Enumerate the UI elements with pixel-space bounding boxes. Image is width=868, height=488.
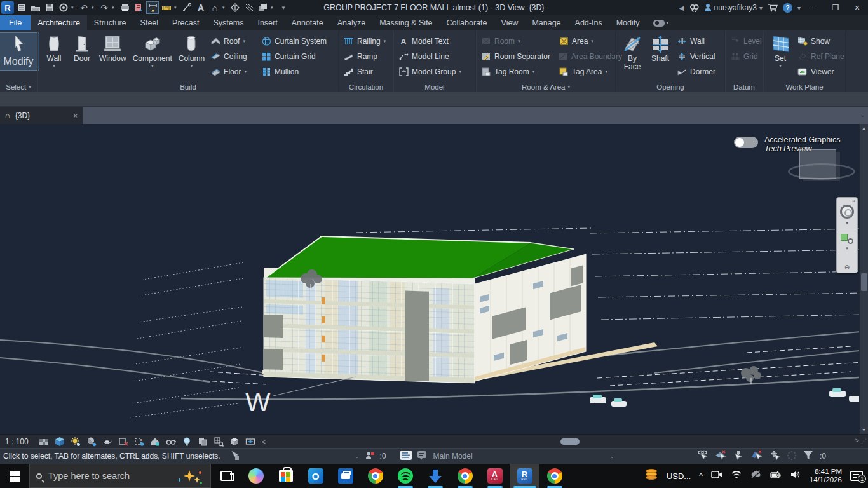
navbar-options-icon[interactable]: ⊖: [844, 264, 850, 271]
steering-wheel-icon[interactable]: [840, 205, 854, 219]
visual-style-icon[interactable]: [55, 437, 65, 447]
chrome-button-2[interactable]: [450, 464, 480, 488]
door-button[interactable]: Door: [69, 32, 95, 64]
tray-overflow-icon[interactable]: ^: [699, 471, 703, 480]
collapse-infocenter-icon[interactable]: ◀: [679, 4, 684, 11]
tag-area-button[interactable]: Tag Area▾: [557, 64, 613, 79]
tab-collaborate[interactable]: Collaborate: [440, 15, 494, 30]
redo-icon[interactable]: ↷: [98, 1, 111, 14]
revit-app-button[interactable]: R: [1, 1, 14, 14]
curtain-system-button[interactable]: Curtain System: [259, 34, 334, 49]
tab-manage[interactable]: Manage: [525, 15, 567, 30]
room-button[interactable]: Room▾: [479, 34, 555, 49]
component-button[interactable]: Component ▾: [130, 32, 175, 69]
temporary-view-properties-icon[interactable]: [198, 437, 208, 447]
wall-button[interactable]: Wall ▾: [41, 32, 67, 69]
currency-ticker[interactable]: USD...: [667, 471, 691, 481]
select-links-icon[interactable]: [697, 450, 709, 463]
help-icon[interactable]: ?: [783, 3, 792, 13]
filter-icon[interactable]: [803, 451, 813, 462]
record-dropdown-icon[interactable]: ▾: [667, 20, 669, 25]
tab-structure[interactable]: Structure: [87, 15, 133, 30]
spotify-button[interactable]: [390, 464, 420, 488]
briefcase-app-button[interactable]: [330, 464, 360, 488]
opening-shaft-button[interactable]: Shaft: [647, 32, 674, 64]
viewcube-compass-ring[interactable]: [788, 163, 855, 180]
editable-only-icon[interactable]: [400, 451, 412, 462]
wheel-dropdown-icon[interactable]: ▾: [846, 220, 848, 226]
displacement-sets-icon[interactable]: [229, 437, 240, 447]
reveal-hidden-elements-icon[interactable]: [182, 437, 192, 447]
set-dropdown-icon[interactable]: ▾: [779, 64, 782, 68]
tab-file[interactable]: File: [0, 15, 31, 30]
temporary-hide-isolate-icon[interactable]: [166, 437, 176, 447]
close-hidden-windows-icon[interactable]: [257, 1, 269, 14]
drag-on-selection-icon[interactable]: [769, 450, 780, 463]
downloads-button[interactable]: [420, 464, 450, 488]
redo-dropdown-icon[interactable]: ▾: [112, 5, 117, 10]
dimension-dropdown-icon[interactable]: ▾: [174, 5, 179, 10]
signed-in-user[interactable]: nursyafikay3 ▾: [704, 3, 763, 12]
viewer-button[interactable]: Viewer: [796, 64, 843, 79]
tab-massing-site[interactable]: Massing & Site: [372, 15, 439, 30]
stair-button[interactable]: Stair: [342, 64, 388, 79]
taskbar-search[interactable]: [29, 464, 211, 488]
room-separator-button[interactable]: Room Separator: [479, 49, 555, 64]
wall-dropdown-icon[interactable]: ▾: [53, 64, 55, 68]
microsoft-store-button[interactable]: [271, 464, 301, 488]
tab-systems[interactable]: Systems: [206, 15, 250, 30]
start-button[interactable]: [0, 464, 29, 488]
floor-button[interactable]: Floor▾: [208, 64, 258, 79]
level-button[interactable]: 1.0Level: [728, 34, 764, 49]
vertical-opening-button[interactable]: Vertical: [675, 49, 722, 64]
show-work-plane-button[interactable]: Show: [796, 34, 843, 49]
model-line-button[interactable]: Model Line: [397, 49, 463, 64]
unlocked-3d-view-icon[interactable]: [150, 437, 160, 447]
tab-modify[interactable]: Modify: [609, 15, 647, 30]
workset-chevron-icon[interactable]: ⌄: [355, 453, 360, 459]
text-icon[interactable]: A: [194, 1, 207, 14]
task-view-button[interactable]: [211, 464, 241, 488]
revit-taskbar-button[interactable]: RRVT: [510, 464, 539, 488]
horizontal-scrollbar[interactable]: [299, 437, 850, 445]
thin-lines-icon[interactable]: [243, 1, 255, 14]
tag-icon[interactable]: [180, 1, 193, 14]
battery-icon[interactable]: [770, 470, 782, 482]
meet-now-icon[interactable]: [711, 470, 722, 482]
resize-grip-icon[interactable]: ⋰: [861, 438, 867, 444]
roof-button[interactable]: Roof▾: [208, 34, 258, 49]
tab-annotate[interactable]: Annotate: [285, 15, 330, 30]
3d-view-dropdown-icon[interactable]: ▾: [222, 5, 227, 10]
sync-icon[interactable]: [57, 1, 70, 14]
drawing-area[interactable]: W Accelerated Graphics Tech Preview LEFT…: [0, 124, 868, 434]
tab-view[interactable]: View: [494, 15, 526, 30]
worksets-icon[interactable]: [365, 451, 375, 462]
screen-record-button[interactable]: ▾: [653, 15, 669, 30]
mullion-button[interactable]: Mullion: [259, 64, 334, 79]
column-button[interactable]: Column ▾: [176, 32, 207, 69]
transfer-standards-icon[interactable]: [132, 1, 145, 14]
taskbar-clock[interactable]: 8:41 PM 14/1/2026: [810, 468, 842, 484]
app-store-cart-icon[interactable]: [768, 3, 778, 12]
measure-icon[interactable]: [146, 1, 159, 14]
analytical-model-icon[interactable]: [214, 437, 224, 447]
properties-icon[interactable]: [15, 1, 28, 14]
railing-button[interactable]: Railing▾: [342, 34, 388, 49]
model-text-button[interactable]: AModel Text: [397, 34, 463, 49]
minimize-button[interactable]: –: [806, 3, 822, 12]
vertical-scroll-thumb[interactable]: [861, 273, 867, 291]
crop-view-icon[interactable]: [118, 437, 128, 447]
tab-insert[interactable]: Insert: [250, 15, 284, 30]
outlook-button[interactable]: O: [301, 464, 330, 488]
chrome-button-3[interactable]: [539, 464, 569, 488]
print-icon[interactable]: [118, 1, 131, 14]
room-area-panel-label[interactable]: Room & Area▾: [477, 81, 615, 92]
select-panel-label[interactable]: Select▾: [0, 81, 37, 92]
shadows-icon[interactable]: [86, 437, 97, 447]
save-icon[interactable]: [43, 1, 56, 14]
view-bar-collapse-icon[interactable]: <: [262, 438, 266, 445]
curtain-grid-button[interactable]: Curtain Grid: [259, 49, 334, 64]
undo-icon[interactable]: ↶: [78, 1, 90, 14]
sun-path-icon[interactable]: [71, 437, 81, 447]
scroll-down-icon[interactable]: ▼: [862, 426, 866, 434]
